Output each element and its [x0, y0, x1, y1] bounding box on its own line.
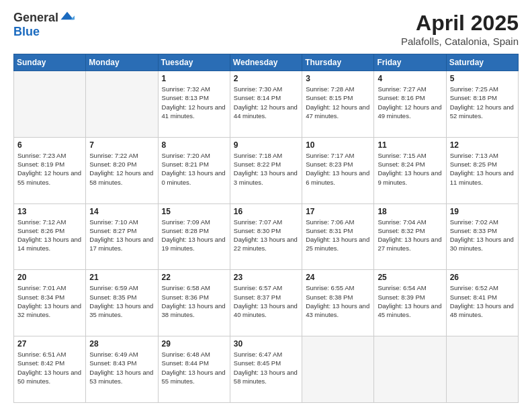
- calendar-cell: 2Sunrise: 7:30 AMSunset: 8:14 PMDaylight…: [230, 71, 302, 138]
- day-number: 4: [378, 74, 442, 83]
- calendar-cell: 25Sunrise: 6:54 AMSunset: 8:39 PMDayligh…: [374, 270, 446, 336]
- calendar-cell: 11Sunrise: 7:15 AMSunset: 8:24 PMDayligh…: [374, 137, 446, 203]
- day-detail: Sunrise: 7:07 AMSunset: 8:30 PMDaylight:…: [234, 218, 298, 253]
- logo-icon: [60, 11, 75, 26]
- main-title: April 2025: [401, 11, 519, 36]
- day-detail: Sunrise: 7:27 AMSunset: 8:16 PMDaylight:…: [378, 85, 442, 120]
- day-number: 18: [378, 207, 442, 216]
- day-detail: Sunrise: 7:32 AMSunset: 8:13 PMDaylight:…: [162, 85, 226, 120]
- day-detail: Sunrise: 7:02 AMSunset: 8:33 PMDaylight:…: [450, 218, 515, 253]
- day-detail: Sunrise: 6:51 AMSunset: 8:42 PMDaylight:…: [17, 350, 82, 385]
- calendar-cell: 29Sunrise: 6:48 AMSunset: 8:44 PMDayligh…: [158, 336, 230, 403]
- day-detail: Sunrise: 6:55 AMSunset: 8:38 PMDaylight:…: [306, 283, 370, 319]
- calendar-cell: 20Sunrise: 7:01 AMSunset: 8:34 PMDayligh…: [14, 270, 86, 336]
- day-number: 20: [17, 273, 82, 282]
- calendar-week-row: 13Sunrise: 7:12 AMSunset: 8:26 PMDayligh…: [14, 203, 519, 270]
- calendar-header-saturday: Saturday: [446, 54, 518, 71]
- day-detail: Sunrise: 6:57 AMSunset: 8:37 PMDaylight:…: [234, 283, 298, 319]
- calendar-cell: 6Sunrise: 7:23 AMSunset: 8:19 PMDaylight…: [14, 137, 86, 203]
- day-number: 27: [17, 339, 82, 349]
- calendar-cell: 17Sunrise: 7:06 AMSunset: 8:31 PMDayligh…: [302, 203, 374, 270]
- day-detail: Sunrise: 6:59 AMSunset: 8:35 PMDaylight:…: [89, 283, 154, 319]
- day-detail: Sunrise: 6:54 AMSunset: 8:39 PMDaylight:…: [378, 283, 442, 319]
- calendar-cell: 22Sunrise: 6:58 AMSunset: 8:36 PMDayligh…: [158, 270, 230, 336]
- day-detail: Sunrise: 6:58 AMSunset: 8:36 PMDaylight:…: [162, 283, 226, 319]
- day-number: 23: [234, 273, 298, 282]
- calendar-header-monday: Monday: [86, 54, 158, 71]
- calendar-cell: 1Sunrise: 7:32 AMSunset: 8:13 PMDaylight…: [158, 71, 230, 138]
- calendar-cell: 7Sunrise: 7:22 AMSunset: 8:20 PMDaylight…: [86, 137, 158, 203]
- day-detail: Sunrise: 7:17 AMSunset: 8:23 PMDaylight:…: [306, 151, 370, 187]
- day-detail: Sunrise: 7:15 AMSunset: 8:24 PMDaylight:…: [378, 151, 442, 187]
- day-detail: Sunrise: 7:04 AMSunset: 8:32 PMDaylight:…: [378, 218, 442, 253]
- day-detail: Sunrise: 7:22 AMSunset: 8:20 PMDaylight:…: [89, 151, 154, 187]
- calendar-cell: 19Sunrise: 7:02 AMSunset: 8:33 PMDayligh…: [446, 203, 518, 270]
- calendar-cell: 14Sunrise: 7:10 AMSunset: 8:27 PMDayligh…: [86, 203, 158, 270]
- day-number: 11: [378, 140, 442, 150]
- calendar-cell: 23Sunrise: 6:57 AMSunset: 8:37 PMDayligh…: [230, 270, 302, 336]
- calendar-week-row: 6Sunrise: 7:23 AMSunset: 8:19 PMDaylight…: [14, 137, 519, 203]
- day-number: 5: [450, 74, 515, 83]
- day-detail: Sunrise: 6:52 AMSunset: 8:41 PMDaylight:…: [450, 283, 515, 319]
- calendar-cell: 24Sunrise: 6:55 AMSunset: 8:38 PMDayligh…: [302, 270, 374, 336]
- calendar-cell: [86, 71, 158, 138]
- day-number: 28: [89, 339, 154, 349]
- calendar-cell: 15Sunrise: 7:09 AMSunset: 8:28 PMDayligh…: [158, 203, 230, 270]
- day-detail: Sunrise: 7:23 AMSunset: 8:19 PMDaylight:…: [17, 151, 82, 187]
- calendar-cell: [446, 336, 518, 403]
- day-number: 12: [450, 140, 515, 150]
- logo-general-text: General: [13, 11, 58, 25]
- calendar-cell: [374, 336, 446, 403]
- day-number: 3: [306, 74, 370, 83]
- day-detail: Sunrise: 7:01 AMSunset: 8:34 PMDaylight:…: [17, 283, 82, 319]
- day-detail: Sunrise: 7:06 AMSunset: 8:31 PMDaylight:…: [306, 218, 370, 253]
- day-number: 7: [89, 140, 154, 150]
- calendar-cell: 30Sunrise: 6:47 AMSunset: 8:45 PMDayligh…: [230, 336, 302, 403]
- calendar-week-row: 1Sunrise: 7:32 AMSunset: 8:13 PMDaylight…: [14, 71, 519, 138]
- subtitle: Palafolls, Catalonia, Spain: [401, 36, 519, 47]
- day-detail: Sunrise: 6:49 AMSunset: 8:43 PMDaylight:…: [89, 350, 154, 385]
- calendar-cell: 13Sunrise: 7:12 AMSunset: 8:26 PMDayligh…: [14, 203, 86, 270]
- header: General Blue April 2025 Palafolls, Catal…: [13, 11, 519, 47]
- calendar-header-thursday: Thursday: [302, 54, 374, 71]
- day-number: 17: [306, 207, 370, 216]
- calendar-table: SundayMondayTuesdayWednesdayThursdayFrid…: [13, 54, 519, 403]
- calendar-cell: 18Sunrise: 7:04 AMSunset: 8:32 PMDayligh…: [374, 203, 446, 270]
- calendar-week-row: 27Sunrise: 6:51 AMSunset: 8:42 PMDayligh…: [14, 336, 519, 403]
- calendar-cell: [14, 71, 86, 138]
- calendar-cell: 12Sunrise: 7:13 AMSunset: 8:25 PMDayligh…: [446, 137, 518, 203]
- svg-marker-0: [61, 11, 74, 19]
- calendar-cell: 26Sunrise: 6:52 AMSunset: 8:41 PMDayligh…: [446, 270, 518, 336]
- day-number: 24: [306, 273, 370, 282]
- day-number: 2: [234, 74, 298, 83]
- day-number: 16: [234, 207, 298, 216]
- calendar-cell: [302, 336, 374, 403]
- calendar-cell: 10Sunrise: 7:17 AMSunset: 8:23 PMDayligh…: [302, 137, 374, 203]
- day-number: 10: [306, 140, 370, 150]
- day-number: 30: [234, 339, 298, 349]
- day-number: 15: [162, 207, 226, 216]
- day-detail: Sunrise: 6:47 AMSunset: 8:45 PMDaylight:…: [234, 350, 298, 385]
- day-number: 21: [89, 273, 154, 282]
- calendar-week-row: 20Sunrise: 7:01 AMSunset: 8:34 PMDayligh…: [14, 270, 519, 336]
- calendar-cell: 8Sunrise: 7:20 AMSunset: 8:21 PMDaylight…: [158, 137, 230, 203]
- calendar-cell: 21Sunrise: 6:59 AMSunset: 8:35 PMDayligh…: [86, 270, 158, 336]
- day-detail: Sunrise: 6:48 AMSunset: 8:44 PMDaylight:…: [162, 350, 226, 385]
- calendar-cell: 4Sunrise: 7:27 AMSunset: 8:16 PMDaylight…: [374, 71, 446, 138]
- day-detail: Sunrise: 7:18 AMSunset: 8:22 PMDaylight:…: [234, 151, 298, 187]
- page: General Blue April 2025 Palafolls, Catal…: [0, 0, 532, 411]
- day-detail: Sunrise: 7:10 AMSunset: 8:27 PMDaylight:…: [89, 218, 154, 253]
- day-detail: Sunrise: 7:28 AMSunset: 8:15 PMDaylight:…: [306, 85, 370, 120]
- day-number: 25: [378, 273, 442, 282]
- calendar-header-sunday: Sunday: [14, 54, 86, 71]
- logo: General Blue: [13, 11, 75, 39]
- day-number: 29: [162, 339, 226, 349]
- day-number: 26: [450, 273, 515, 282]
- calendar-cell: 28Sunrise: 6:49 AMSunset: 8:43 PMDayligh…: [86, 336, 158, 403]
- day-number: 19: [450, 207, 515, 216]
- day-number: 8: [162, 140, 226, 150]
- day-number: 9: [234, 140, 298, 150]
- logo-blue-text: Blue: [13, 26, 75, 39]
- day-number: 13: [17, 207, 82, 216]
- calendar-header-row: SundayMondayTuesdayWednesdayThursdayFrid…: [14, 54, 519, 71]
